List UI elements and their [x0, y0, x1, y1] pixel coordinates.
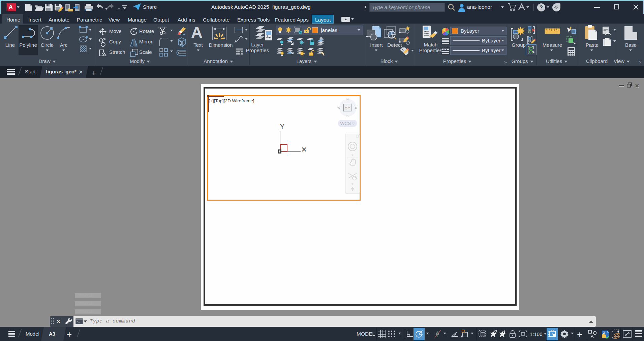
svg-text:?: ?	[540, 5, 543, 10]
